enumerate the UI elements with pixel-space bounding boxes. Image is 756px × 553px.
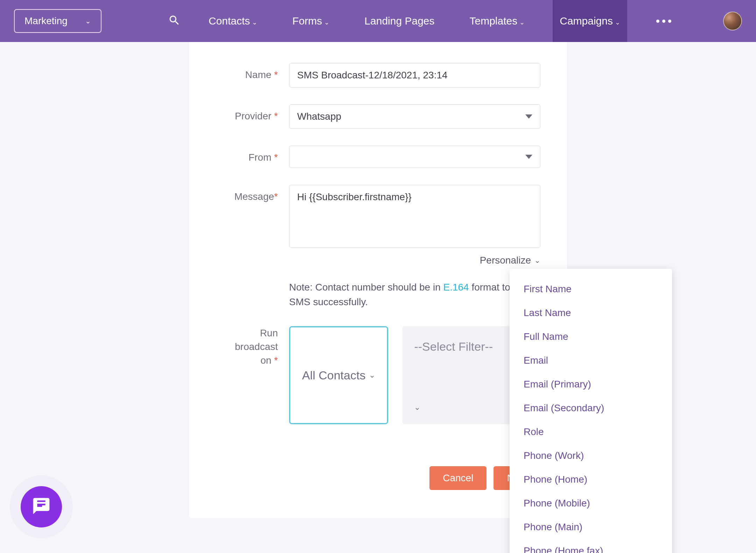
chat-fab-halo: [10, 475, 73, 538]
personalize-option[interactable]: Phone (Home): [510, 468, 672, 491]
message-label: Message*: [216, 185, 289, 202]
nav-templates[interactable]: Templates ⌄: [463, 0, 532, 42]
nav-item-label: Landing Pages: [364, 15, 434, 27]
chevron-down-icon: ⌄: [534, 256, 540, 265]
provider-value: Whatsapp: [297, 111, 341, 122]
personalize-option[interactable]: First Name: [510, 277, 672, 301]
chat-icon: [31, 496, 51, 517]
nav-overflow[interactable]: [648, 0, 680, 42]
avatar[interactable]: [723, 12, 742, 30]
chat-fab[interactable]: [21, 486, 62, 527]
app-switcher-label: Marketing: [24, 15, 68, 27]
personalize-option[interactable]: Phone (Home fax): [510, 539, 672, 553]
personalize-option[interactable]: Email (Primary): [510, 372, 672, 396]
chevron-down-icon: ⌄: [369, 371, 375, 380]
personalize-option[interactable]: Phone (Work): [510, 444, 672, 468]
dots-icon: [656, 20, 659, 23]
caret-down-icon: [525, 114, 532, 119]
chevron-down-icon: ⌄: [324, 19, 329, 26]
chevron-down-icon: ⌄: [615, 19, 620, 26]
personalize-option[interactable]: Phone (Mobile): [510, 491, 672, 515]
message-textarea[interactable]: [289, 185, 540, 248]
personalize-dropdown: First Name Last Name Full Name Email Ema…: [510, 269, 672, 553]
nav-item-label: Contacts: [209, 15, 250, 27]
personalize-option[interactable]: Role: [510, 420, 672, 444]
nav-group: Contacts ⌄ Forms ⌄ Landing Pages Templat…: [168, 0, 680, 42]
provider-label: Provider *: [216, 104, 289, 122]
broadcast-label: Run broadcast on *: [216, 326, 289, 368]
personalize-trigger[interactable]: Personalize ⌄: [216, 255, 540, 266]
nav-item-label: Forms: [292, 15, 322, 27]
search-icon[interactable]: [168, 14, 181, 28]
app-switcher[interactable]: Marketing ⌄: [14, 9, 102, 33]
dots-icon: [668, 20, 671, 23]
chevron-down-icon: ⌄: [252, 19, 257, 26]
dots-icon: [662, 20, 665, 23]
chevron-down-icon: ⌄: [85, 17, 91, 25]
provider-select[interactable]: Whatsapp: [289, 104, 540, 129]
from-label: From *: [216, 146, 289, 163]
caret-down-icon: [525, 155, 532, 159]
from-select[interactable]: [289, 146, 540, 168]
top-nav: Marketing ⌄ Contacts ⌄ Forms ⌄ Landing P…: [0, 0, 756, 42]
nav-item-label: Campaigns: [560, 15, 613, 27]
personalize-option[interactable]: Phone (Main): [510, 515, 672, 539]
chevron-down-icon: ⌄: [519, 19, 525, 26]
personalize-option[interactable]: Email (Secondary): [510, 396, 672, 420]
nav-forms[interactable]: Forms ⌄: [285, 0, 336, 42]
nav-item-label: Templates: [470, 15, 518, 27]
nav-landing-pages[interactable]: Landing Pages: [357, 0, 441, 42]
nav-contacts[interactable]: Contacts ⌄: [202, 0, 264, 42]
cancel-button[interactable]: Cancel: [429, 466, 486, 490]
personalize-option[interactable]: Email: [510, 349, 672, 372]
format-note: Note: Contact number should be in E.164 …: [216, 280, 540, 309]
name-input[interactable]: [289, 63, 540, 88]
personalize-label: Personalize: [480, 255, 531, 266]
name-label: Name *: [216, 63, 289, 80]
e164-link[interactable]: E.164: [443, 282, 469, 293]
contacts-select-value: All Contacts: [302, 369, 365, 382]
nav-campaigns[interactable]: Campaigns ⌄: [553, 0, 627, 42]
personalize-option[interactable]: Last Name: [510, 301, 672, 325]
contacts-select[interactable]: All Contacts ⌄: [289, 326, 388, 424]
personalize-option[interactable]: Full Name: [510, 325, 672, 349]
